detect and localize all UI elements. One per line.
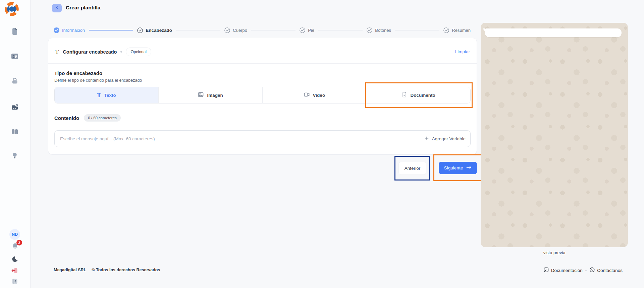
step-label: Resumen bbox=[452, 28, 471, 33]
step-pie[interactable]: Pie bbox=[300, 27, 314, 33]
check-circle-outline-icon bbox=[443, 27, 449, 33]
stepper-connector bbox=[176, 30, 220, 30]
optional-badge: Opcional bbox=[126, 48, 151, 56]
step-encabezado[interactable]: Encabezado bbox=[137, 27, 172, 33]
docs-icon bbox=[543, 267, 549, 274]
stepper-connector bbox=[251, 30, 296, 30]
step-cuerpo[interactable]: Cuerpo bbox=[224, 27, 247, 33]
footer-separator: - bbox=[585, 268, 587, 273]
notifications-button[interactable]: 3 bbox=[11, 242, 19, 251]
bulb-icon bbox=[11, 152, 19, 161]
step-informacion[interactable]: Información bbox=[54, 27, 85, 33]
sidebar-item-contacts[interactable] bbox=[10, 52, 19, 62]
documentation-label: Documentación bbox=[551, 268, 583, 273]
moon-icon bbox=[11, 255, 19, 265]
book-icon bbox=[11, 128, 19, 137]
card-title: Configurar encabezado bbox=[63, 49, 117, 55]
copyright-text: © Todos los derechos Reservados bbox=[92, 268, 160, 272]
file-icon bbox=[11, 27, 19, 37]
add-variable-label: Agregar Variable bbox=[432, 136, 466, 141]
message-bubble bbox=[485, 28, 622, 37]
back-button[interactable] bbox=[52, 4, 62, 12]
text-format-icon: T bbox=[55, 49, 59, 55]
card-chat-icon bbox=[11, 103, 19, 113]
footer-left: Megadigital SRL © Todos los derechos Res… bbox=[54, 268, 160, 272]
sidebar-item-security[interactable] bbox=[10, 77, 19, 86]
stepper-connector bbox=[395, 30, 439, 30]
tab-label: Video bbox=[313, 93, 325, 98]
id-card-icon bbox=[11, 52, 19, 62]
message-input-container: Agregar Variable bbox=[54, 130, 471, 147]
sidebar-item-templates[interactable] bbox=[10, 27, 19, 37]
header-type-subtitle: Define el tipo de contenido para el enca… bbox=[54, 78, 471, 83]
tab-label: Texto bbox=[104, 93, 116, 98]
plus-icon bbox=[424, 136, 429, 142]
whatsapp-icon bbox=[589, 267, 595, 274]
arrow-right-icon bbox=[466, 165, 472, 170]
clear-link[interactable]: Limpiar bbox=[455, 49, 470, 54]
sidebar: ND 3 bbox=[0, 0, 31, 288]
stepper-connector bbox=[318, 30, 363, 30]
step-label: Cuerpo bbox=[233, 28, 247, 33]
step-label: Pie bbox=[308, 28, 314, 33]
header-type-title: Tipo de encabezado bbox=[54, 70, 471, 76]
annotation-box-siguiente: Siguiente bbox=[433, 154, 482, 181]
company-name: Megadigital SRL bbox=[54, 268, 86, 272]
sidebar-item-library[interactable] bbox=[10, 128, 19, 137]
next-button-label: Siguiente bbox=[444, 165, 463, 170]
document-icon bbox=[401, 91, 408, 99]
app-logo-icon bbox=[4, 1, 19, 17]
step-label: Botones bbox=[375, 28, 391, 33]
sidebar-item-billing[interactable] bbox=[10, 103, 19, 113]
image-icon bbox=[198, 91, 204, 99]
tab-label: Imagen bbox=[207, 93, 223, 98]
contact-label: Contáctanos bbox=[597, 268, 623, 273]
annotation-box-anterior: Anterior bbox=[394, 156, 430, 181]
page-title: Crear plantilla bbox=[66, 5, 100, 11]
stepper: Información Encabezado Cuerpo Pie bbox=[54, 25, 471, 35]
step-label: Información bbox=[62, 28, 85, 33]
check-circle-outline-icon bbox=[367, 27, 372, 33]
dot-separator bbox=[120, 51, 122, 53]
logout-icon bbox=[11, 267, 19, 276]
step-resumen[interactable]: Resumen bbox=[443, 27, 471, 33]
header-type-tabs: T Texto Imagen Video bbox=[54, 87, 471, 103]
check-circle-filled-icon bbox=[54, 27, 59, 33]
lock-icon bbox=[11, 77, 19, 86]
preview-caption: vista previa bbox=[481, 250, 628, 255]
stepper-connector bbox=[89, 30, 133, 31]
tab-video[interactable]: Video bbox=[263, 87, 367, 103]
user-avatar[interactable]: ND bbox=[9, 229, 20, 240]
previous-button[interactable]: Anterior bbox=[398, 162, 426, 175]
check-circle-outline-icon bbox=[137, 27, 143, 33]
documentation-link[interactable]: Documentación bbox=[543, 267, 583, 274]
tab-documento[interactable]: Documento bbox=[366, 87, 470, 103]
whatsapp-preview-panel bbox=[481, 23, 628, 247]
text-icon: T bbox=[97, 92, 101, 98]
header-config-card: T Configurar encabezado Opcional Limpiar… bbox=[48, 38, 477, 155]
dark-mode-toggle[interactable] bbox=[10, 255, 19, 265]
tab-imagen[interactable]: Imagen bbox=[159, 87, 263, 103]
card-header: T Configurar encabezado Opcional Limpiar bbox=[48, 38, 477, 64]
footer-right: Documentación - Contáctanos bbox=[543, 267, 623, 274]
contact-link[interactable]: Contáctanos bbox=[589, 267, 623, 274]
chevron-left-icon bbox=[55, 6, 59, 11]
logout-button[interactable] bbox=[10, 267, 19, 276]
check-circle-outline-icon bbox=[224, 27, 230, 33]
tab-label: Documento bbox=[411, 93, 435, 98]
notification-badge: 3 bbox=[16, 240, 22, 245]
video-icon bbox=[304, 91, 310, 99]
next-button[interactable]: Siguiente bbox=[439, 162, 477, 174]
character-counter: 0 / 60 caracteres bbox=[84, 114, 121, 122]
step-botones[interactable]: Botones bbox=[367, 27, 391, 33]
add-variable-button[interactable]: Agregar Variable bbox=[424, 136, 466, 142]
tab-texto[interactable]: T Texto bbox=[55, 87, 159, 103]
app: ND 3 Crear plantilla bbox=[0, 0, 644, 288]
collapse-sidebar-button[interactable] bbox=[10, 277, 19, 287]
step-label: Encabezado bbox=[146, 28, 172, 33]
content-title: Contenido bbox=[54, 115, 79, 121]
sidebar-item-ideas[interactable] bbox=[10, 152, 19, 161]
check-circle-outline-icon bbox=[300, 27, 305, 33]
collapse-icon bbox=[11, 277, 19, 287]
message-input[interactable] bbox=[59, 136, 421, 142]
